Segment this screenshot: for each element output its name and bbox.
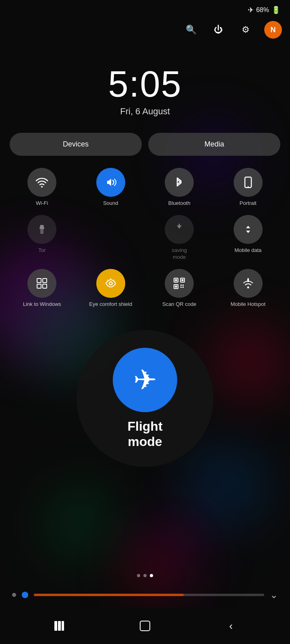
- tile-torch[interactable]: Tor: [10, 215, 75, 261]
- sound-icon: [96, 168, 125, 197]
- home-square: [140, 621, 150, 631]
- clock-time: 5:05: [0, 66, 290, 102]
- torch-icon: [27, 215, 56, 244]
- svg-rect-25: [54, 621, 57, 631]
- svg-rect-19: [180, 285, 182, 286]
- wifi-icon: [27, 168, 56, 197]
- recents-button[interactable]: [47, 614, 71, 638]
- battery-percent: 68%: [256, 6, 269, 14]
- svg-line-11: [114, 280, 114, 281]
- link-windows-icon: [27, 269, 56, 298]
- tile-scan-qr[interactable]: Scan QR code: [147, 269, 212, 308]
- mobile-data-label: Mobile data: [234, 247, 261, 254]
- svg-point-23: [247, 286, 249, 288]
- svg-rect-3: [40, 229, 44, 234]
- tiles-grid: Wi-Fi Sound Bluetooth: [0, 164, 290, 312]
- svg-rect-16: [175, 279, 177, 281]
- back-button[interactable]: ‹: [219, 614, 243, 638]
- sound-label: Sound: [103, 200, 118, 207]
- svg-rect-22: [182, 287, 184, 288]
- tile-power-saving[interactable]: savingmode: [147, 215, 212, 261]
- mobile-data-icon: [234, 215, 263, 244]
- clock-date: Fri, 6 August: [0, 106, 290, 117]
- eye-comfort-label: Eye comfort shield: [89, 301, 132, 308]
- svg-point-9: [110, 282, 112, 284]
- svg-point-2: [247, 186, 249, 188]
- tile-eye-comfort[interactable]: Eye comfort shield: [79, 269, 143, 308]
- slider-dot-active: [22, 592, 28, 598]
- eye-comfort-icon: [96, 269, 125, 298]
- flight-mode-label: Flightmode: [127, 419, 162, 450]
- scan-qr-icon: [165, 269, 194, 298]
- avatar-button[interactable]: N: [264, 21, 282, 39]
- link-windows-label: Link to Windows: [23, 301, 61, 308]
- svg-rect-4: [37, 279, 41, 283]
- svg-rect-7: [43, 284, 47, 288]
- svg-rect-26: [58, 621, 61, 631]
- airplane-mode-icon: ✈: [248, 6, 254, 14]
- svg-rect-17: [182, 279, 184, 281]
- slider-dot-inactive: [12, 593, 16, 597]
- search-button[interactable]: 🔍: [182, 21, 200, 39]
- tile-link-windows[interactable]: Link to Windows: [10, 269, 75, 308]
- svg-point-0: [41, 186, 43, 188]
- devices-tab[interactable]: Devices: [10, 133, 142, 156]
- tab-row: Devices Media: [0, 133, 290, 156]
- svg-rect-5: [43, 279, 47, 283]
- mobile-hotspot-label: Mobile Hotspot: [230, 301, 265, 308]
- tile-portrait[interactable]: Portrait: [216, 168, 281, 207]
- svg-rect-27: [62, 621, 64, 631]
- flight-mode-overlay[interactable]: ✈ Flightmode: [77, 330, 213, 467]
- svg-rect-1: [245, 177, 251, 188]
- scan-qr-label: Scan QR code: [162, 301, 197, 308]
- page-dot-2: [143, 574, 147, 577]
- power-saving-icon: [165, 215, 194, 244]
- svg-rect-24: [247, 278, 249, 282]
- page-dots: [0, 574, 290, 577]
- status-bar: ✈ 68% 🔋: [0, 0, 290, 18]
- nav-bar: ‹: [0, 608, 290, 644]
- bluetooth-icon: [165, 168, 194, 197]
- svg-line-12: [107, 280, 108, 281]
- power-saving-label: savingmode: [172, 247, 187, 261]
- bluetooth-label: Bluetooth: [168, 200, 191, 207]
- mobile-hotspot-icon: [234, 269, 263, 298]
- settings-button[interactable]: ⚙: [237, 21, 255, 39]
- brightness-slider-row: ⌄: [0, 589, 290, 601]
- svg-rect-21: [180, 287, 182, 288]
- torch-label: Tor: [38, 247, 46, 254]
- tile-sound[interactable]: Sound: [79, 168, 143, 207]
- tile-wifi[interactable]: Wi-Fi: [10, 168, 75, 207]
- wifi-label: Wi-Fi: [36, 200, 48, 207]
- svg-rect-20: [182, 285, 184, 286]
- page-dot-1: [137, 574, 140, 577]
- bottom-area: ⌄: [0, 574, 290, 604]
- brightness-fill: [34, 594, 184, 596]
- tile-mobile-data[interactable]: Mobile data: [216, 215, 281, 261]
- power-button[interactable]: ⏻: [209, 21, 227, 39]
- chevron-down-icon[interactable]: ⌄: [270, 589, 278, 601]
- clock-area: 5:05 Fri, 6 August: [0, 42, 290, 133]
- tile-bluetooth[interactable]: Bluetooth: [147, 168, 212, 207]
- tile-mobile-hotspot[interactable]: Mobile Hotspot: [216, 269, 281, 308]
- top-action-bar: 🔍 ⏻ ⚙ N: [0, 18, 290, 42]
- flight-mode-icon: ✈: [113, 348, 177, 412]
- page-dot-3: [150, 574, 153, 577]
- battery-icon: 🔋: [271, 6, 280, 14]
- portrait-label: Portrait: [240, 200, 257, 207]
- brightness-track[interactable]: [34, 594, 264, 596]
- svg-rect-6: [37, 284, 41, 288]
- home-button[interactable]: [133, 614, 157, 638]
- svg-rect-18: [175, 285, 177, 287]
- media-tab[interactable]: Media: [148, 133, 280, 156]
- portrait-icon: [234, 168, 263, 197]
